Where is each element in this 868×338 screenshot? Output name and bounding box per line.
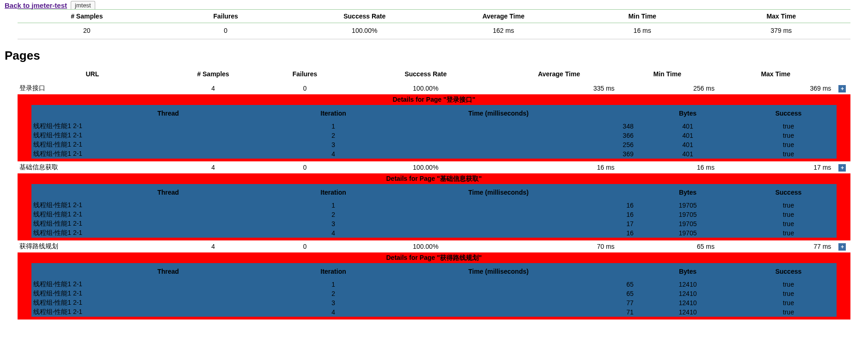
detail-bytes: 12410: [636, 289, 740, 298]
detail-thread: 线程组-性能1 2-1: [31, 307, 306, 317]
detail-iter: 3: [305, 298, 361, 307]
detail-success: true: [740, 307, 837, 317]
detail-thread: 线程组-性能1 2-1: [31, 131, 306, 140]
summary-col-min: Min Time: [573, 10, 711, 23]
detail-header-row: ThreadIterationTime (milliseconds)BytesS…: [31, 184, 837, 201]
summary-col-rate: Success Rate: [295, 10, 434, 23]
page-row: 基础信息获取40100.00%16 ms16 ms17 ms+: [18, 161, 851, 173]
detail-row: 线程组-性能1 2-14369401true: [31, 149, 837, 159]
detail-iter: 4: [305, 149, 361, 159]
summary-col-failures: Failures: [156, 10, 295, 23]
page-avg: 16 ms: [501, 161, 617, 173]
detail-time: 348: [361, 122, 636, 131]
detail-thread: 线程组-性能1 2-1: [31, 298, 306, 307]
detail-iter: 1: [305, 122, 361, 131]
page-samples: 4: [167, 161, 259, 173]
detail-bytes: 401: [636, 140, 740, 149]
tab-jmtest[interactable]: jmtest: [71, 1, 95, 9]
detail-success: true: [740, 131, 837, 140]
detail-iter: 2: [305, 289, 361, 298]
pages-header-row: URL # Samples Failures Success Rate Aver…: [18, 66, 851, 82]
detail-row: 线程组-性能1 2-13256401true: [31, 140, 837, 149]
summary-table: # Samples Failures Success Rate Average …: [18, 9, 851, 39]
detail-time: 366: [361, 131, 636, 140]
page-max: 17 ms: [717, 161, 834, 173]
detail-col-success: Success: [740, 105, 837, 122]
summary-val-avg: 162 ms: [434, 23, 573, 39]
detail-success: true: [740, 219, 837, 228]
detail-col-success: Success: [740, 184, 837, 201]
detail-iter: 2: [305, 131, 361, 140]
page-min: 256 ms: [617, 82, 717, 94]
detail-col-iter: Iteration: [305, 263, 361, 280]
summary-val-samples: 20: [18, 23, 156, 39]
detail-col-bytes: Bytes: [636, 263, 740, 280]
detail-table: ThreadIterationTime (milliseconds)BytesS…: [31, 184, 837, 238]
page-failures: 0: [259, 82, 350, 94]
detail-iter: 1: [305, 201, 361, 210]
expand-icon[interactable]: +: [838, 164, 846, 172]
detail-iter: 1: [305, 280, 361, 289]
detail-title: Details for Page "登录接口": [31, 94, 837, 105]
detail-success: true: [740, 201, 837, 210]
detail-row: 线程组-性能1 2-121619705true: [31, 210, 837, 219]
detail-time: 17: [361, 219, 636, 228]
detail-success: true: [740, 149, 837, 159]
expand-icon[interactable]: +: [838, 85, 846, 92]
detail-panel: Details for Page "获得路线规划"ThreadIteration…: [18, 252, 851, 320]
detail-time: 16: [361, 228, 636, 238]
pages-col-samples: # Samples: [167, 66, 259, 82]
page-detail-row: Details for Page "登录接口"ThreadIterationTi…: [18, 94, 851, 161]
detail-row: 线程组-性能1 2-111619705true: [31, 201, 837, 210]
detail-row: 线程组-性能1 2-137712410true: [31, 298, 837, 307]
detail-col-success: Success: [740, 263, 837, 280]
back-link[interactable]: Back to jmeter-test: [5, 1, 67, 9]
detail-bytes: 19705: [636, 210, 740, 219]
detail-thread: 线程组-性能1 2-1: [31, 122, 306, 131]
page-max: 369 ms: [717, 82, 834, 94]
detail-bytes: 12410: [636, 298, 740, 307]
detail-row: 线程组-性能1 2-116512410true: [31, 280, 837, 289]
detail-col-time: Time (milliseconds): [361, 105, 636, 122]
detail-bytes: 19705: [636, 219, 740, 228]
summary-val-min: 16 ms: [573, 23, 711, 39]
detail-thread: 线程组-性能1 2-1: [31, 210, 306, 219]
detail-iter: 4: [305, 307, 361, 317]
detail-panel: Details for Page "登录接口"ThreadIterationTi…: [18, 94, 851, 161]
detail-header-row: ThreadIterationTime (milliseconds)BytesS…: [31, 263, 837, 280]
page-url: 获得路线规划: [18, 240, 168, 252]
detail-col-iter: Iteration: [305, 105, 361, 122]
detail-time: 16: [361, 210, 636, 219]
page-max: 77 ms: [717, 240, 834, 252]
detail-time: 16: [361, 201, 636, 210]
page-row: 登录接口40100.00%335 ms256 ms369 ms+: [18, 82, 851, 94]
expand-icon[interactable]: +: [838, 243, 846, 251]
top-bar: Back to jmeter-test jmtest: [0, 0, 868, 9]
page-rate: 100.00%: [351, 161, 501, 173]
pages-col-min: Min Time: [617, 66, 717, 82]
detail-thread: 线程组-性能1 2-1: [31, 219, 306, 228]
detail-row: 线程组-性能1 2-12366401true: [31, 131, 837, 140]
content: # Samples Failures Success Rate Average …: [0, 9, 868, 329]
detail-success: true: [740, 298, 837, 307]
detail-time: 71: [361, 307, 636, 317]
page-avg: 70 ms: [501, 240, 617, 252]
detail-success: true: [740, 280, 837, 289]
detail-title: Details for Page "基础信息获取": [31, 173, 837, 184]
summary-row: 20 0 100.00% 162 ms 16 ms 379 ms: [18, 23, 851, 39]
detail-iter: 3: [305, 140, 361, 149]
detail-panel: Details for Page "基础信息获取"ThreadIteration…: [18, 173, 851, 240]
detail-thread: 线程组-性能1 2-1: [31, 289, 306, 298]
detail-col-thread: Thread: [31, 184, 306, 201]
detail-time: 65: [361, 289, 636, 298]
summary-header-row: # Samples Failures Success Rate Average …: [18, 10, 851, 23]
detail-row: 线程组-性能1 2-141619705true: [31, 228, 837, 238]
detail-time: 65: [361, 280, 636, 289]
detail-bytes: 401: [636, 131, 740, 140]
pages-col-max: Max Time: [717, 66, 834, 82]
detail-thread: 线程组-性能1 2-1: [31, 140, 306, 149]
summary-col-max: Max Time: [712, 10, 851, 23]
page-samples: 4: [167, 240, 259, 252]
page-detail-row: Details for Page "获得路线规划"ThreadIteration…: [18, 252, 851, 320]
page-min: 65 ms: [617, 240, 717, 252]
